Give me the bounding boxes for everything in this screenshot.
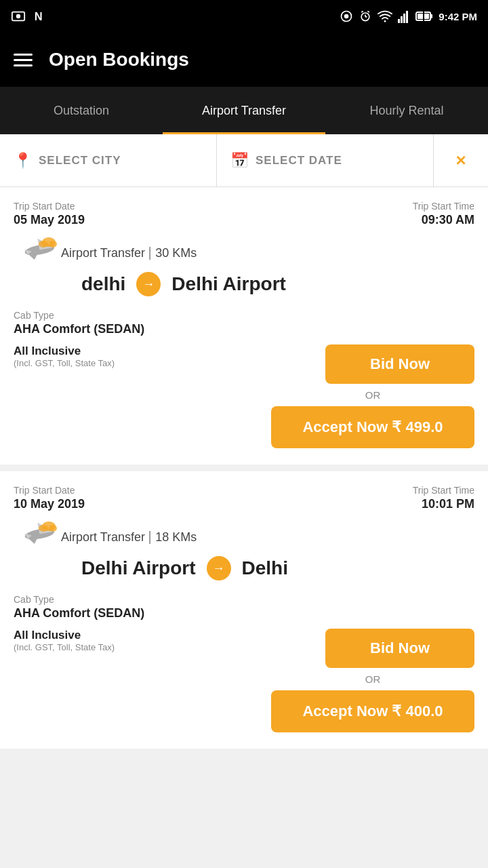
svg-line-9 <box>368 12 370 13</box>
bid-now-button[interactable]: Bid Now <box>325 629 474 668</box>
tab-outstation[interactable]: Outstation <box>0 87 163 134</box>
cab-type-value: AHA Comfort (SEDAN) <box>14 606 474 620</box>
or-divider: OR <box>271 389 474 401</box>
svg-rect-12 <box>401 16 403 23</box>
trip-start-date-label: Trip Start Date <box>14 201 85 212</box>
pricing-row: All Inclusive (Incl. GST, Toll, State Ta… <box>14 344 474 384</box>
location-icon: 📍 <box>14 152 32 170</box>
route-distance: 30 KMs <box>155 246 197 260</box>
pricing-row: All Inclusive (Incl. GST, Toll, State Ta… <box>14 629 474 668</box>
status-right-icons: 9:42 PM <box>340 9 477 23</box>
svg-rect-11 <box>398 19 400 23</box>
tab-airport-transfer[interactable]: Airport Transfer <box>163 87 325 134</box>
route-type-text: Airport Transfer <box>61 246 145 260</box>
calendar-icon: 📅 <box>230 152 249 170</box>
record-icon <box>340 9 353 23</box>
airplane-icon <box>14 519 61 553</box>
signal-icon <box>398 9 410 23</box>
route-distance: 18 KMs <box>155 530 197 544</box>
trip-start-date-value: 05 May 2019 <box>14 213 85 227</box>
route-icon-row: Airport Transfer | 30 KMs <box>14 235 474 269</box>
trip-meta-row: Trip Start Date 10 May 2019 Trip Start T… <box>14 485 474 511</box>
trip-start-date-block: Trip Start Date 10 May 2019 <box>14 485 85 511</box>
header-title: Open Bookings <box>49 49 189 71</box>
svg-rect-16 <box>430 14 432 18</box>
app-header: Open Bookings <box>0 33 488 87</box>
city-filter[interactable]: 📍 SELECT CITY <box>0 134 217 186</box>
tab-bar: Outstation Airport Transfer Hourly Renta… <box>0 87 488 134</box>
route-cities-row: delhi → Delhi Airport <box>81 272 474 296</box>
trip-start-date-value: 10 May 2019 <box>14 497 85 511</box>
accept-now-button[interactable]: Accept Now ₹ 499.0 <box>271 406 474 448</box>
status-bar: N <box>0 0 488 33</box>
booking-card: Trip Start Date 05 May 2019 Trip Start T… <box>0 187 488 465</box>
inclusive-detail: (Incl. GST, Toll, State Tax) <box>14 358 115 368</box>
svg-line-8 <box>361 12 363 13</box>
svg-point-1 <box>16 14 20 18</box>
trip-start-time-value: 10:01 PM <box>413 497 474 511</box>
cab-type-label: Cab Type <box>14 594 474 605</box>
pricing-info: All Inclusive (Incl. GST, Toll, State Ta… <box>14 629 115 652</box>
trip-meta-row: Trip Start Date 05 May 2019 Trip Start T… <box>14 201 474 227</box>
route-separator: | <box>148 529 156 544</box>
clear-filter[interactable]: × <box>434 134 488 186</box>
to-city: Delhi Airport <box>171 273 286 295</box>
booking-card: Trip Start Date 10 May 2019 Trip Start T… <box>0 471 488 749</box>
bid-now-button[interactable]: Bid Now <box>325 344 474 384</box>
svg-rect-13 <box>403 14 405 23</box>
pricing-info: All Inclusive (Incl. GST, Toll, State Ta… <box>14 344 115 368</box>
tab-hourly-rental[interactable]: Hourly Rental <box>325 87 488 134</box>
route-icon-row: Airport Transfer | 18 KMs <box>14 519 474 553</box>
cab-type-value: AHA Comfort (SEDAN) <box>14 322 474 336</box>
trip-start-time-block: Trip Start Time 10:01 PM <box>413 485 474 511</box>
cab-type-label: Cab Type <box>14 310 474 321</box>
route-type-distance: Airport Transfer | 30 KMs <box>61 245 197 260</box>
trip-start-date-block: Trip Start Date 05 May 2019 <box>14 201 85 227</box>
svg-point-32 <box>49 525 57 532</box>
bookings-list: Trip Start Date 05 May 2019 Trip Start T… <box>0 187 488 749</box>
all-inclusive-label: All Inclusive <box>14 344 115 358</box>
route-type-text: Airport Transfer <box>61 530 145 544</box>
svg-text:N: N <box>35 10 43 22</box>
route-cities-row: Delhi Airport → Delhi <box>81 556 474 580</box>
battery-icon <box>415 11 433 22</box>
filter-bar: 📍 SELECT CITY 📅 SELECT DATE × <box>0 134 488 187</box>
svg-point-4 <box>344 14 349 19</box>
airplane-icon <box>14 235 61 269</box>
trip-start-time-label: Trip Start Time <box>413 485 474 496</box>
inclusive-detail: (Incl. GST, Toll, State Tax) <box>14 642 115 652</box>
n-icon: N <box>33 9 47 24</box>
route-type-distance: Airport Transfer | 18 KMs <box>61 529 197 545</box>
status-time: 9:42 PM <box>439 11 477 22</box>
trip-start-time-value: 09:30 AM <box>413 213 474 227</box>
date-filter-text: SELECT DATE <box>256 154 342 167</box>
svg-point-10 <box>384 20 386 22</box>
svg-rect-14 <box>406 11 408 23</box>
trip-start-time-label: Trip Start Time <box>413 201 474 212</box>
svg-point-31 <box>39 525 48 532</box>
route-arrow-icon: → <box>207 556 231 580</box>
city-filter-text: SELECT CITY <box>39 154 121 167</box>
svg-point-24 <box>39 241 48 248</box>
alarm-icon <box>359 9 372 23</box>
from-city: delhi <box>81 273 125 295</box>
trip-start-date-label: Trip Start Date <box>14 485 85 496</box>
from-city: Delhi Airport <box>81 557 196 579</box>
close-icon: × <box>455 150 466 171</box>
to-city: Delhi <box>242 557 288 579</box>
photo-icon <box>11 9 26 24</box>
menu-icon[interactable] <box>14 54 33 66</box>
route-arrow-icon: → <box>136 272 161 296</box>
status-left-icons: N <box>11 9 47 24</box>
wifi-icon <box>378 9 392 23</box>
accept-now-button[interactable]: Accept Now ₹ 400.0 <box>271 690 474 732</box>
trip-start-time-block: Trip Start Time 09:30 AM <box>413 201 474 227</box>
svg-point-25 <box>49 241 57 248</box>
route-separator: | <box>148 245 156 260</box>
or-divider: OR <box>271 673 474 685</box>
all-inclusive-label: All Inclusive <box>14 629 115 642</box>
date-filter[interactable]: 📅 SELECT DATE <box>217 134 434 186</box>
